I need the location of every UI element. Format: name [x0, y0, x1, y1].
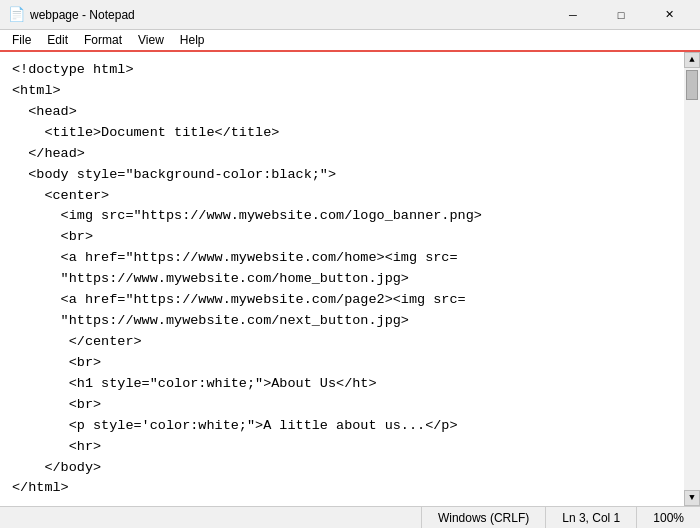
status-position: Ln 3, Col 1 — [545, 507, 636, 528]
scrollbar-vertical: ▲ ▼ — [684, 52, 700, 506]
scrollbar-track[interactable] — [684, 68, 700, 490]
menu-bar: File Edit Format View Help — [0, 30, 700, 52]
menu-item-view[interactable]: View — [130, 30, 172, 50]
title-bar-buttons: ─ □ ✕ — [550, 0, 692, 30]
editor-container: <!doctype html> <html> <head> <title>Doc… — [0, 52, 700, 506]
menu-item-format[interactable]: Format — [76, 30, 130, 50]
scrollbar-thumb[interactable] — [686, 70, 698, 100]
status-encoding: Windows (CRLF) — [421, 507, 545, 528]
title-bar-text: webpage - Notepad — [30, 8, 550, 22]
title-bar: 📄 webpage - Notepad ─ □ ✕ — [0, 0, 700, 30]
scroll-up-arrow[interactable]: ▲ — [684, 52, 700, 68]
close-button[interactable]: ✕ — [646, 0, 692, 30]
editor-content[interactable]: <!doctype html> <html> <head> <title>Doc… — [0, 52, 700, 506]
maximize-button[interactable]: □ — [598, 0, 644, 30]
scroll-down-arrow[interactable]: ▼ — [684, 490, 700, 506]
menu-item-help[interactable]: Help — [172, 30, 213, 50]
status-bar: Windows (CRLF) Ln 3, Col 1 100% — [0, 506, 700, 528]
app-icon: 📄 — [8, 7, 24, 23]
status-zoom: 100% — [636, 507, 700, 528]
menu-item-file[interactable]: File — [4, 30, 39, 50]
minimize-button[interactable]: ─ — [550, 0, 596, 30]
menu-item-edit[interactable]: Edit — [39, 30, 76, 50]
